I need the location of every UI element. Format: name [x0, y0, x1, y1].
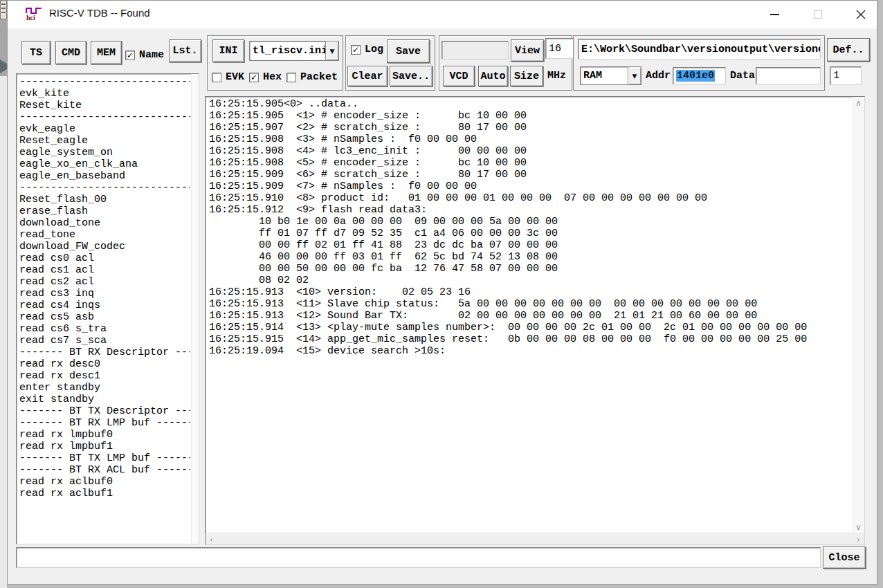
scroll-down-icon[interactable]: ∨	[853, 521, 864, 533]
addr-label: Addr	[646, 70, 671, 82]
log-horizontal-scrollbar[interactable]: ‹ ›	[206, 533, 864, 544]
command-list-scrollbar[interactable]	[191, 74, 199, 544]
command-list-item[interactable]: download_tone	[19, 217, 190, 229]
lst-button[interactable]: Lst.	[169, 39, 201, 62]
close-window-button[interactable]	[845, 1, 877, 28]
output-path-input[interactable]: E:\Work\Soundbar\versionoutput\versiono	[578, 39, 821, 59]
ts-button[interactable]: TS	[21, 41, 51, 64]
command-list-item[interactable]: eagle_system_on	[19, 147, 190, 158]
command-list-item[interactable]: evk_kite	[19, 88, 190, 100]
command-list-item[interactable]: Reset_flash_00	[19, 194, 190, 205]
title-bar: hci RISC-V TDB -- Found	[8, 1, 877, 28]
command-list-item[interactable]: read cs2 acl	[19, 276, 190, 288]
command-list: ----------------------------evk_kiteRese…	[16, 73, 199, 544]
command-list-item[interactable]: ------- BT TX Descriptor ----	[19, 405, 190, 417]
command-list-item[interactable]: read cs1 acl	[19, 264, 190, 276]
command-list-item[interactable]: read rx aclbuf1	[19, 488, 190, 499]
clear-button[interactable]: Clear	[347, 66, 388, 86]
name-checkbox[interactable]: ✓ Name	[125, 49, 164, 61]
save-as-button[interactable]: Save..	[390, 66, 433, 86]
memory-target-select[interactable]: RAM ▼	[580, 66, 641, 85]
command-list-item[interactable]: read cs6 s_tra	[19, 323, 190, 335]
command-list-item[interactable]: read cs4 inqs	[19, 300, 190, 311]
memory-target-dropdown-arrow-icon[interactable]: ▼	[628, 67, 641, 84]
scroll-right-icon[interactable]: ›	[853, 533, 864, 545]
name-checkbox-label: Name	[139, 49, 164, 61]
ini-button[interactable]: INI	[212, 39, 244, 62]
command-list-item[interactable]: eagle_en_baseband	[19, 170, 190, 182]
command-list-item[interactable]: erase_flash	[19, 205, 190, 217]
evk-checkbox-box[interactable]	[212, 73, 221, 82]
command-list-item[interactable]: read_tone	[19, 229, 190, 241]
command-list-item[interactable]: ----------------------------	[19, 182, 190, 194]
command-list-item[interactable]: ------- BT TX LMP buf ------	[19, 452, 190, 464]
data-label: Data	[730, 70, 755, 82]
maximize-icon	[814, 10, 822, 19]
hex-checkbox-box[interactable]: ✓	[249, 73, 259, 82]
command-list-item[interactable]: read cs7 s_sca	[19, 335, 190, 347]
addr-input[interactable]: 1401e0	[673, 67, 726, 84]
vcd-button[interactable]: VCD	[443, 66, 475, 86]
command-list-item[interactable]: read rx desc1	[19, 370, 190, 382]
count-input[interactable]: 1	[830, 66, 862, 85]
scroll-up-icon[interactable]: ∧	[853, 97, 864, 109]
view-input[interactable]	[442, 41, 509, 59]
ini-file-select[interactable]: tl_riscv.ini ▼	[249, 41, 339, 61]
command-list-item[interactable]: ------- BT RX ACL buf ------	[19, 464, 190, 476]
command-list-item[interactable]: ----------------------------	[19, 76, 190, 88]
log-checkbox-box[interactable]: ✓	[351, 45, 361, 55]
command-list-item[interactable]: read rx lmpbuf1	[19, 441, 190, 452]
command-list-item[interactable]: exit standby	[19, 394, 190, 405]
packet-checkbox-box[interactable]	[286, 73, 296, 82]
command-list-item[interactable]: read cs5 asb	[19, 311, 190, 323]
log-line: 16:25:15.912 <9> flash read data3:	[209, 204, 852, 216]
save-button[interactable]: Save	[387, 39, 430, 63]
command-list-item[interactable]: Reset_kite	[19, 100, 190, 111]
command-list-item[interactable]: read cs0 acl	[19, 252, 190, 264]
command-list-item[interactable]: read rx desc0	[19, 358, 190, 370]
command-list-item[interactable]: download_FW_codec	[19, 241, 190, 252]
log-line: 46 00 00 00 ff 03 01 ff 62 5c bd 74 52 1…	[209, 251, 852, 263]
command-list-item[interactable]: eagle_xo_en_clk_ana	[19, 158, 190, 170]
command-input[interactable]	[16, 547, 821, 568]
command-list-item[interactable]: ----------------------------	[19, 111, 190, 123]
log-line: 16:25:15.913 <11> Slave chip status: 5a …	[209, 298, 852, 310]
frequency-input[interactable]: 16	[545, 38, 574, 59]
command-list-item[interactable]: ------- BT RX LMP buf ------	[19, 417, 190, 429]
mem-button[interactable]: MEM	[91, 41, 122, 64]
hex-checkbox[interactable]: ✓ Hex	[249, 71, 282, 83]
command-list-item[interactable]: enter standby	[19, 382, 190, 394]
data-input[interactable]	[756, 67, 821, 84]
close-icon	[856, 10, 866, 19]
log-line: 16:25:15.905 <1> # encoder_size : bc 10 …	[209, 110, 852, 122]
app-icon-text: hci	[26, 14, 35, 21]
scroll-left-icon[interactable]: ‹	[206, 533, 217, 545]
packet-checkbox[interactable]: Packet	[286, 71, 338, 83]
command-list-item[interactable]: read cs3 inq	[19, 288, 190, 300]
cmd-button[interactable]: CMD	[55, 41, 87, 64]
minimize-button[interactable]	[758, 1, 790, 28]
command-list-item[interactable]: read rx lmpbuf0	[19, 429, 190, 441]
def-button[interactable]: Def..	[827, 38, 870, 62]
name-checkbox-box[interactable]: ✓	[125, 50, 135, 60]
background-icon-fragment	[0, 0, 7, 19]
log-line: 08 02 02	[209, 275, 852, 286]
ini-file-value: tl_riscv.ini	[250, 45, 325, 57]
command-list-item[interactable]: evk_eagle	[19, 123, 190, 135]
log-output-panel: 16:25:15.905<0> ..data..16:25:15.905 <1>…	[205, 96, 865, 545]
command-list-item[interactable]: read rx aclbuf0	[19, 476, 190, 488]
command-list-item[interactable]: Reset_eagle	[19, 135, 190, 147]
auto-button[interactable]: Auto	[478, 66, 508, 86]
command-list-item[interactable]: ------- BT RX Descriptor ----	[19, 347, 190, 358]
size-button[interactable]: Size	[510, 66, 543, 86]
log-line: 16:25:15.910 <8> product id: 01 00 00 00…	[209, 192, 852, 204]
close-button[interactable]: Close	[823, 546, 866, 569]
view-button[interactable]: View	[511, 39, 544, 62]
log-vertical-scrollbar[interactable]: ∧ ∨	[853, 97, 864, 533]
log-line: 16:25:15.905<0> ..data..	[209, 98, 852, 110]
maximize-button[interactable]	[802, 1, 834, 28]
log-checkbox[interactable]: ✓ Log	[351, 44, 383, 55]
ini-dropdown-arrow-icon[interactable]: ▼	[325, 42, 338, 60]
mhz-label: MHz	[547, 70, 566, 82]
evk-checkbox[interactable]: EVK	[212, 71, 244, 83]
